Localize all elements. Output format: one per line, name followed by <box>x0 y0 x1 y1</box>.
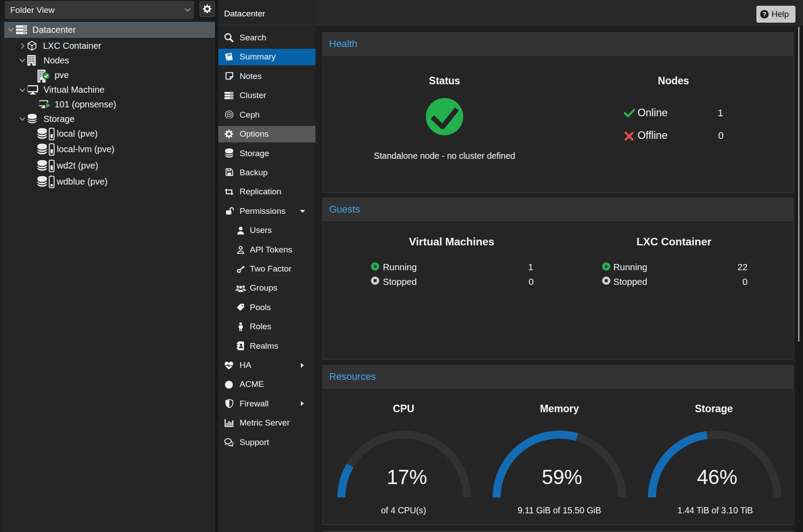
svg-text:?: ? <box>763 11 767 18</box>
